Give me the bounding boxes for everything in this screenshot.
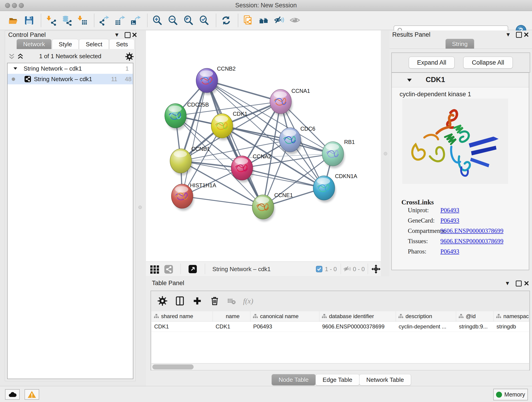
table-cell[interactable]: stringdb:9... (456, 322, 494, 332)
hide-selected-button[interactable] (273, 14, 285, 27)
horizontal-scrollbar[interactable] (152, 364, 529, 370)
table-cell[interactable]: 9606.ENSP00000378699 (319, 322, 396, 332)
crosslink-link[interactable]: P06493 (440, 207, 459, 214)
panel-close-icon[interactable] (524, 281, 529, 286)
network-node-cdkn1a[interactable] (313, 176, 336, 202)
panel-close-icon[interactable] (524, 32, 529, 37)
network-node-ccna2[interactable] (231, 156, 254, 182)
crosslink-link[interactable]: 9606.ENSP00000378699 (440, 227, 503, 235)
node-label-ccnb1: CCNB1 (191, 146, 210, 152)
network-node-ccna1[interactable] (270, 89, 292, 116)
node-table[interactable]: shared namenamecanonical namedatabase id… (152, 311, 529, 363)
gear-icon[interactable] (125, 52, 134, 61)
first-neighbors-button[interactable] (258, 14, 269, 27)
grid-view-icon[interactable] (150, 264, 159, 274)
panel-float-icon[interactable]: ▼ (505, 32, 511, 38)
open-session-button[interactable] (8, 14, 19, 27)
export-image-button[interactable] (130, 14, 141, 27)
tab-edge-table[interactable]: Edge Table (316, 374, 360, 385)
crosslink-link[interactable]: 9606.ENSP00000378699 (440, 238, 503, 245)
panel-maximize-icon[interactable] (125, 32, 131, 38)
column-header[interactable]: namespac (494, 311, 529, 321)
selected-checkbox-icon[interactable] (316, 266, 322, 272)
network-view-icon[interactable] (164, 265, 173, 274)
import-network-icon (46, 15, 56, 26)
tab-string[interactable]: String (445, 39, 474, 49)
memory-button[interactable]: Memory (493, 389, 528, 400)
left-splitter-handle[interactable] (138, 206, 142, 209)
tab-style[interactable]: Style (52, 39, 79, 49)
panel-close-icon[interactable] (132, 32, 137, 37)
panel-maximize-icon[interactable] (516, 281, 522, 287)
birdseye-view-icon[interactable] (188, 265, 197, 274)
table-cell[interactable]: stringdb (494, 322, 529, 332)
table-cell[interactable]: cyclin-dependent ... (396, 322, 456, 332)
refresh-view-button[interactable] (220, 14, 232, 27)
network-canvas[interactable]: CCNB2CCNA1CDC25BCDK1CDC6RB1CCNB1CCNA2CDK… (146, 31, 381, 262)
export-network-button[interactable] (99, 14, 110, 27)
collapse-all-button[interactable]: Collapse All (463, 57, 513, 69)
scrollbar-thumb[interactable] (152, 364, 194, 370)
show-columns-icon[interactable] (175, 296, 185, 306)
zoom-out-button[interactable] (167, 14, 179, 27)
column-header[interactable]: database identifier (319, 311, 396, 321)
table-cell[interactable]: P06493 (250, 322, 319, 332)
tab-network[interactable]: Network (17, 39, 51, 49)
column-header[interactable]: description (396, 311, 456, 321)
gene-detail-card: CDK1 cyclin-dependent kinase 1 (391, 72, 529, 270)
import-network-file-button[interactable] (45, 14, 57, 27)
tab-select[interactable]: Select (79, 39, 109, 49)
network-edge[interactable] (182, 80, 207, 196)
column-header[interactable]: @id (456, 311, 494, 321)
column-header[interactable]: canonical name (250, 311, 319, 321)
panel-maximize-icon[interactable] (516, 32, 522, 38)
network-node-ccne1[interactable] (252, 195, 275, 221)
network-node-rb1[interactable] (322, 142, 345, 168)
tab-network-table[interactable]: Network Table (359, 374, 411, 385)
network-node-ccnb2[interactable] (196, 68, 219, 95)
panel-float-icon[interactable]: ▼ (505, 280, 510, 287)
save-session-button[interactable] (23, 14, 35, 27)
expand-all-button[interactable]: Expand All (409, 57, 455, 69)
zoom-in-button[interactable] (152, 14, 163, 27)
crosslink-link[interactable]: P06493 (440, 217, 459, 224)
new-network-from-selection-button[interactable] (242, 14, 254, 27)
table-cell[interactable]: CDK1 (152, 322, 213, 332)
add-column-icon[interactable] (192, 296, 202, 306)
tab-sets[interactable]: Sets (109, 39, 134, 49)
clone-network-icon (243, 15, 253, 26)
tree-collapse-icon[interactable] (13, 66, 18, 71)
import-table-file-button[interactable] (76, 14, 88, 27)
column-header[interactable]: name (213, 311, 250, 321)
zoom-selected-button[interactable] (198, 14, 210, 27)
delete-table-icon[interactable] (227, 296, 236, 306)
move-crosshair-icon[interactable] (371, 264, 380, 274)
right-splitter-handle[interactable] (384, 152, 387, 155)
column-header[interactable]: shared name (152, 311, 213, 321)
network-tree-root-row[interactable]: String Network – cdk1 1 (7, 63, 133, 74)
tab-node-table[interactable]: Node Table (272, 374, 316, 385)
network-edge[interactable] (182, 196, 263, 207)
gene-card-header[interactable]: CDK1 (392, 73, 529, 87)
app-store-button[interactable] (5, 389, 20, 400)
export-table-button[interactable] (114, 14, 126, 27)
crosslink-label: Uniprot: (408, 207, 429, 214)
network-graph[interactable]: CCNB2CCNA1CDC25BCDK1CDC6RB1CCNB1CCNA2CDK… (146, 31, 381, 262)
warnings-button[interactable] (25, 389, 39, 400)
collapse-caret-icon[interactable] (407, 78, 412, 83)
table-gear-icon[interactable] (157, 296, 167, 306)
network-node-cdc25b[interactable] (165, 104, 187, 130)
toolbar-separator (41, 14, 41, 27)
delete-column-icon[interactable] (210, 296, 220, 306)
crosslink-link[interactable]: P06493 (440, 248, 459, 255)
network-node-cdk1[interactable] (211, 114, 234, 140)
function-builder-icon[interactable]: f(x) (243, 297, 253, 305)
fit-content-button[interactable] (183, 14, 194, 27)
table-row[interactable]: CDK1CDK1P064939606.ENSP00000378699cyclin… (152, 322, 529, 332)
network-tree-child-row[interactable]: String Network – cdk1 11 48 (7, 74, 133, 84)
table-cell[interactable]: CDK1 (213, 322, 250, 332)
import-network-database-button[interactable] (61, 14, 72, 27)
column-header-label: description (405, 313, 432, 319)
show-hidden-button[interactable] (289, 14, 301, 27)
panel-float-icon[interactable]: ▼ (114, 32, 120, 38)
